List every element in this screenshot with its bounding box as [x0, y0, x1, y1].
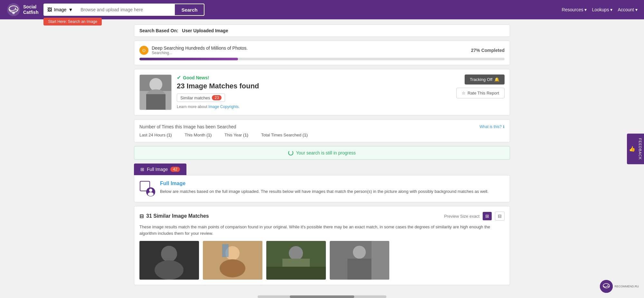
progress-bar-fill — [139, 58, 238, 60]
progress-percent: 27% Completed — [471, 48, 505, 53]
recommend-logo[interactable] — [600, 280, 613, 290]
svg-point-12 — [148, 192, 154, 196]
image-tab-icon: ⊞ — [140, 167, 144, 172]
full-image-svg-icon — [139, 181, 156, 197]
account-nav[interactable]: Account ▾ — [618, 7, 638, 12]
svg-point-14 — [161, 246, 177, 262]
rate-report-button[interactable]: ☆ Rate This Report — [456, 88, 505, 98]
image-icon: 🖼 — [47, 7, 52, 12]
search-button[interactable]: Search — [174, 4, 204, 16]
image-copyrights-link[interactable]: Image Copyrights. — [208, 104, 240, 109]
search-type-dropdown[interactable]: 🖼 Image ▼ — [43, 4, 77, 16]
image-grid — [139, 241, 505, 280]
progress-text: Deep Searching Hundreds of Millions of P… — [152, 45, 248, 55]
spinner-icon — [288, 150, 293, 155]
progress-spinner-icon: ⊙ — [139, 46, 148, 55]
feedback-label: FEEDBACK — [638, 138, 642, 160]
full-image-body: Below are matches based on the full imag… — [160, 188, 488, 195]
svg-rect-27 — [347, 259, 371, 280]
list-view-button[interactable]: ⊟ — [495, 212, 505, 221]
svg-point-22 — [289, 246, 303, 260]
header: Social Catfish 🖼 Image ▼ Search Start He… — [0, 0, 644, 19]
matches-count-badge: 23 — [212, 95, 221, 100]
grid-view-button[interactable]: ⊞ — [483, 212, 492, 220]
in-progress-banner: Your search is still in progress — [134, 146, 510, 160]
matches-found-title: 23 Image Matches found — [177, 82, 451, 90]
logo[interactable]: Social Catfish — [6, 3, 38, 17]
catfish-recommend-icon — [600, 280, 613, 290]
svg-point-11 — [149, 189, 152, 192]
full-image-desc: Full Image Below are matches based on th… — [134, 175, 510, 202]
result-image-2[interactable] — [203, 241, 262, 280]
similar-section: ⊟ 31 Similar Image Matches Preview Size … — [134, 206, 510, 285]
main-content: Search Based On: User Uploaded Image ⊙ D… — [129, 19, 515, 290]
thumbs-up-icon: 👍 — [629, 146, 636, 152]
stat-total-times: Total Times Searched (1) — [261, 133, 308, 137]
chevron-down-icon: ▾ — [635, 7, 638, 12]
stat-this-year: This Year (1) — [224, 133, 248, 137]
chevron-down-icon: ▾ — [584, 7, 587, 12]
learn-more-text: Learn more about Image Copyrights. — [177, 104, 451, 109]
results-actions: Tracking Off 🔔 ☆ Rate This Report — [456, 74, 505, 98]
chevron-down-icon: ▼ — [68, 7, 73, 12]
svg-point-29 — [600, 280, 613, 290]
result-image-3[interactable] — [266, 241, 326, 280]
svg-rect-24 — [266, 267, 326, 280]
progress-card: ⊙ Deep Searching Hundreds of Millions of… — [134, 41, 510, 65]
results-top: ✔ Good News! 23 Image Matches found Simi… — [139, 74, 505, 110]
svg-point-6 — [149, 78, 162, 91]
svg-point-31 — [607, 285, 608, 286]
svg-point-15 — [155, 260, 184, 280]
result-image-1[interactable] — [139, 241, 199, 280]
lookups-nav[interactable]: Lookups ▾ — [592, 7, 612, 12]
full-image-desc-text: Full Image Below are matches based on th… — [160, 181, 488, 195]
chevron-down-icon: ▾ — [610, 7, 612, 12]
svg-point-26 — [353, 246, 366, 259]
similar-description: These image results match the main point… — [139, 224, 505, 236]
search-input[interactable] — [77, 4, 174, 16]
grid-icon: ⊟ — [139, 213, 144, 219]
search-stats: Number of Times this Image has been Sear… — [134, 119, 510, 142]
stat-last-24h: Last 24 Hours (1) — [139, 133, 172, 137]
full-image-icon — [139, 181, 156, 197]
what-is-this[interactable]: What is this? ℹ — [479, 124, 505, 129]
in-progress-text: Your search is still in progress — [296, 150, 355, 155]
progress-bar — [139, 58, 505, 60]
svg-point-19 — [220, 259, 245, 277]
svg-rect-20 — [222, 244, 229, 257]
resources-nav[interactable]: Resources ▾ — [562, 7, 587, 12]
feedback-sidebar[interactable]: FEEDBACK 👍 — [627, 134, 644, 164]
good-news: ✔ Good News! — [177, 74, 451, 81]
start-here-button[interactable]: Start Here: Search an Image — [43, 18, 102, 25]
similar-controls: Preview Size exact ⊞ ⊟ — [444, 212, 505, 221]
progress-left: ⊙ Deep Searching Hundreds of Millions of… — [139, 45, 248, 55]
logo-text: Social Catfish — [23, 4, 38, 15]
star-icon: ☆ — [462, 91, 466, 95]
similar-title: ⊟ 31 Similar Image Matches — [139, 213, 209, 219]
recommend-text: RECOMMEND.RU — [615, 285, 639, 288]
uploaded-image — [139, 74, 172, 110]
full-image-title: Full Image — [160, 181, 488, 186]
results-card: ✔ Good News! 23 Image Matches found Simi… — [134, 69, 510, 115]
search-based-on: Search Based On: User Uploaded Image — [134, 25, 510, 37]
svg-point-3 — [12, 12, 15, 14]
svg-rect-28 — [372, 241, 389, 280]
search-bar: 🖼 Image ▼ Search Start Here: Search an I… — [43, 4, 204, 16]
stat-this-month: This Month (1) — [185, 133, 212, 137]
progress-header: ⊙ Deep Searching Hundreds of Millions of… — [139, 45, 505, 55]
nav-links: Resources ▾ Lookups ▾ Account ▾ — [562, 7, 638, 12]
good-news-text: Good News! — [183, 75, 209, 80]
full-image-tab[interactable]: ⊞ Full Image 42 — [134, 164, 186, 175]
bell-icon: 🔔 — [494, 77, 499, 82]
recommend-badge: RECOMMEND.RU — [600, 280, 639, 290]
result-image-4[interactable] — [330, 241, 389, 280]
svg-point-2 — [15, 8, 16, 9]
results-info: ✔ Good News! 23 Image Matches found Simi… — [177, 74, 451, 109]
logo-icon — [6, 3, 21, 17]
tab-count-badge: 42 — [170, 167, 180, 172]
checkmark-icon: ✔ — [177, 74, 181, 81]
info-icon: ℹ — [503, 124, 505, 129]
stats-row: Last 24 Hours (1) This Month (1) This Ye… — [139, 133, 505, 137]
search-stats-title: Number of Times this Image has been Sear… — [139, 124, 236, 129]
tracking-button[interactable]: Tracking Off 🔔 — [465, 74, 505, 84]
